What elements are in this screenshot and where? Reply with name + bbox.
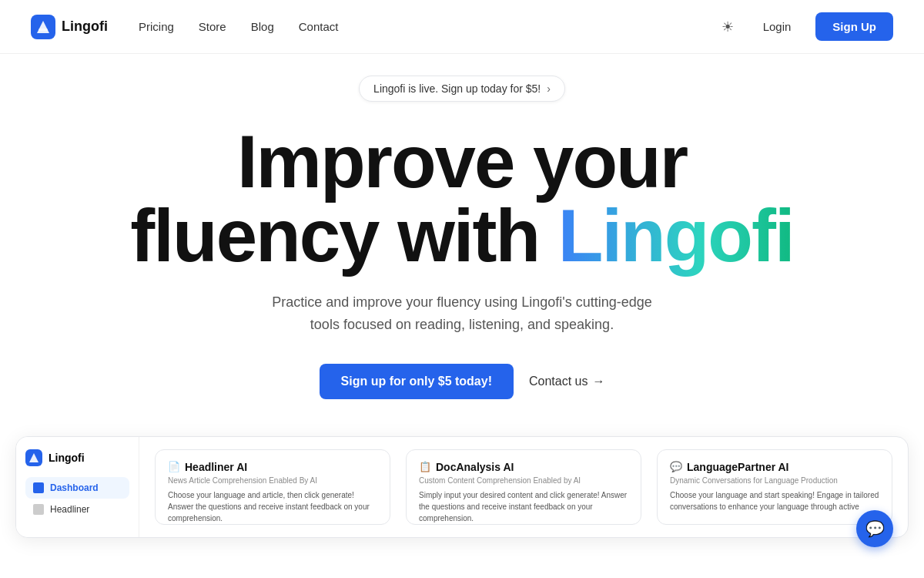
hero-title-line2: fluency with Lingofi [31, 199, 893, 273]
banner-pill[interactable]: Lingofi is live. Sign up today for $5! › [359, 76, 565, 102]
nav-link-store[interactable]: Store [199, 20, 226, 33]
nav-link-blog[interactable]: Blog [251, 20, 274, 33]
headliner-ai-card: 📄 Headliner AI News Article Comprehensio… [155, 449, 390, 525]
headliner-card-subtitle: News Article Comprehension Enabled By AI [168, 476, 377, 485]
languagepartner-card-title: LanguagePartner AI [687, 461, 789, 473]
banner-arrow-icon: › [547, 82, 551, 95]
headliner-icon [33, 504, 44, 515]
dashboard-nav-dashboard[interactable]: Dashboard [25, 477, 129, 499]
chat-support-button[interactable]: 💬 [856, 510, 893, 547]
nav-links: Pricing Store Blog Contact [139, 20, 338, 33]
cta-contact-button[interactable]: Contact us → [529, 375, 604, 388]
banner-text: Lingofi is live. Sign up today for $5! [373, 82, 541, 95]
docanalysis-card-title: DocAnalysis AI [436, 461, 514, 473]
hero-buttons: Sign up for only $5 today! Contact us → [31, 364, 893, 399]
dashboard-logo: Lingofi [25, 449, 129, 466]
docanalysis-card-icon: 📋 [419, 461, 431, 472]
headliner-card-header: 📄 Headliner AI [168, 461, 377, 473]
languagepartner-ai-card: 💬 LanguagePartner AI Dynamic Conversatio… [657, 449, 892, 525]
headliner-card-body: Choose your language and article, then c… [168, 489, 377, 524]
chat-bubble-icon: 💬 [865, 519, 885, 538]
dashboard-nav-dashboard-label: Dashboard [50, 482, 99, 493]
hero-title-plain: fluency with [130, 194, 557, 277]
headliner-card-title: Headliner AI [185, 461, 247, 473]
svg-rect-2 [38, 29, 48, 31]
cta-signup-button[interactable]: Sign up for only $5 today! [320, 364, 514, 399]
dashboard-nav-headliner-label: Headliner [50, 504, 89, 515]
languagepartner-card-header: 💬 LanguagePartner AI [670, 461, 879, 473]
login-button[interactable]: Login [751, 14, 804, 39]
cta-contact-arrow-icon: → [592, 375, 604, 388]
navbar: Lingofi Pricing Store Blog Contact ☀ Log… [0, 0, 924, 54]
logo[interactable]: Lingofi [31, 15, 108, 39]
docanalysis-card-body: Simply input your desired content and cl… [419, 489, 628, 524]
languagepartner-card-subtitle: Dynamic Conversations for Language Produ… [670, 476, 879, 485]
nav-left: Lingofi Pricing Store Blog Contact [31, 15, 338, 39]
hero-title-brand: Lingofi [558, 194, 794, 277]
nav-link-contact[interactable]: Contact [299, 20, 339, 33]
nav-right: ☀ Login Sign Up [717, 12, 893, 41]
logo-text: Lingofi [62, 18, 108, 35]
headliner-card-icon: 📄 [168, 461, 180, 472]
dashboard-logo-text: Lingofi [49, 452, 85, 464]
docanalysis-ai-card: 📋 DocAnalysis AI Custom Content Comprehe… [406, 449, 641, 525]
languagepartner-card-icon: 💬 [670, 461, 682, 472]
signup-button[interactable]: Sign Up [815, 12, 893, 41]
hero-subtitle: Practice and improve your fluency using … [262, 291, 662, 336]
announcement-banner: Lingofi is live. Sign up today for $5! › [0, 76, 924, 102]
dashboard-preview: Lingofi Dashboard Headliner 📄 Headliner … [15, 436, 909, 538]
hero-title-line1: Improve your [31, 125, 893, 199]
dashboard-icon [33, 482, 44, 493]
dashboard-sidebar: Lingofi Dashboard Headliner [16, 437, 139, 537]
cta-contact-label: Contact us [529, 375, 588, 388]
docanalysis-card-subtitle: Custom Content Comprehension Enabled by … [419, 476, 628, 485]
dashboard-nav-headliner[interactable]: Headliner [25, 499, 129, 520]
docanalysis-card-header: 📋 DocAnalysis AI [419, 461, 628, 473]
nav-link-pricing[interactable]: Pricing [139, 20, 174, 33]
hero-section: Improve your fluency with Lingofi Practi… [0, 102, 924, 399]
languagepartner-card-body: Choose your language and start speaking!… [670, 489, 879, 512]
dashboard-content: 📄 Headliner AI News Article Comprehensio… [139, 437, 908, 537]
theme-toggle-button[interactable]: ☀ [717, 14, 738, 40]
